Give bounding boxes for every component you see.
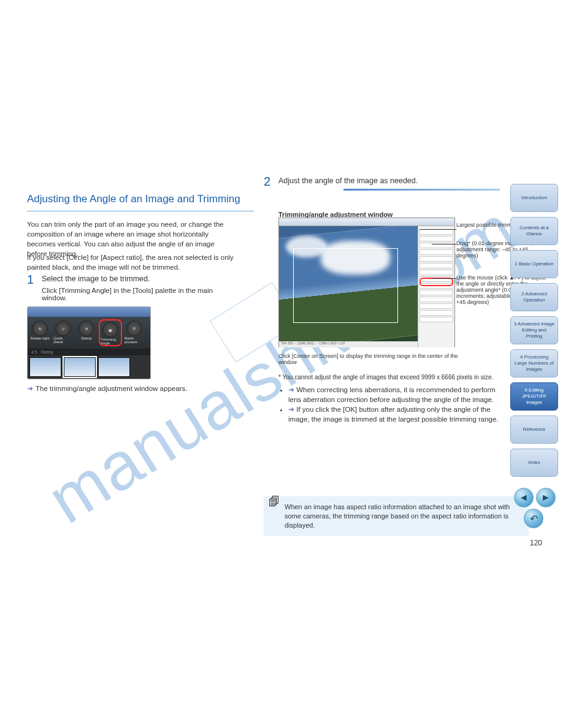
toolbar-trimming-angle: ▣Trimming Angle bbox=[100, 320, 121, 345]
toolbar-quick-check: ✓Quick check bbox=[53, 320, 73, 345]
next-page-button[interactable]: ► bbox=[536, 488, 556, 507]
nav-ch3[interactable]: 3 Advanced Image Editing and Printing bbox=[510, 316, 558, 344]
info-note-box: 🗐 When an image has aspect ratio informa… bbox=[264, 496, 529, 536]
right-explanation: * You cannot adjust the angle of images … bbox=[278, 373, 499, 427]
step-2-underline bbox=[343, 189, 500, 191]
info-icon: 🗐 bbox=[269, 498, 280, 507]
toolbar-rotate-right: ↻Rotate right bbox=[30, 320, 50, 345]
nav-ch5[interactable]: 5 Editing JPEG/TIFF Images bbox=[510, 382, 558, 411]
step-2-title: Adjust the angle of the image as needed. bbox=[278, 176, 481, 185]
toolbar-screenshot: ↻Rotate right ✓Quick check ✎Stamp ▣Trimm… bbox=[27, 306, 151, 379]
nav-ch2[interactable]: 2 Advanced Operation bbox=[510, 283, 558, 311]
page-number: 120 bbox=[530, 539, 542, 547]
section-heading: Adjusting the Angle of an Image and Trim… bbox=[27, 192, 254, 211]
step-2-number: 2 bbox=[264, 175, 270, 189]
angle-input-highlight bbox=[419, 278, 453, 286]
step-1-title: Select the image to be trimmed. bbox=[42, 275, 238, 283]
note-circle-crop: If you select [Circle] for [Aspect ratio… bbox=[27, 252, 236, 272]
prev-page-button[interactable]: ◄ bbox=[514, 488, 534, 507]
nav-contents[interactable]: Contents at a Glance bbox=[510, 217, 558, 245]
side-nav: Introduction Contents at a Glance 1 Basi… bbox=[510, 184, 558, 482]
nav-ch1[interactable]: 1 Basic Operation bbox=[510, 250, 558, 278]
trimming-window-screenshot: 70% 253 → (2345,3421) → C389 x 1910 / 1.… bbox=[278, 218, 455, 347]
toolbar-stamp: ✎Stamp bbox=[77, 320, 96, 345]
nav-introduction[interactable]: Introduction bbox=[510, 184, 558, 212]
nav-index[interactable]: Index bbox=[510, 449, 558, 477]
nav-ch4[interactable]: 4 Processing Large Numbers of Images bbox=[510, 349, 558, 377]
return-button[interactable]: ↶ bbox=[524, 509, 543, 528]
appear-text: ➜The trimming/angle adjustment window ap… bbox=[27, 384, 187, 393]
step-1-number: 1 bbox=[27, 273, 34, 287]
toolbar-batch-process: ⛭Batch process bbox=[124, 320, 144, 345]
nav-reference[interactable]: Reference bbox=[510, 415, 558, 444]
callout-center: Click [Center on Screen] to display the … bbox=[278, 353, 462, 365]
